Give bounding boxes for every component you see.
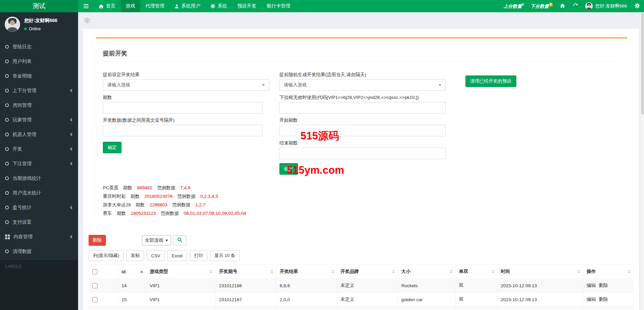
row-checkbox[interactable] bbox=[92, 283, 97, 288]
draw-data-input[interactable] bbox=[103, 125, 262, 136]
sort-icon[interactable] bbox=[577, 270, 580, 274]
sidebar-item[interactable]: 用户流水统计 bbox=[0, 186, 78, 200]
game-select[interactable]: 请输入游戏 bbox=[103, 79, 269, 91]
export-button[interactable]: 复制 bbox=[126, 250, 144, 261]
deduct-score-link[interactable]: 下分数量0 bbox=[527, 3, 556, 10]
fallback-code-input[interactable] bbox=[279, 102, 446, 114]
nav-item-system-users[interactable]: 系统用户 bbox=[169, 0, 205, 12]
sidebar-item[interactable]: 支付设置 bbox=[0, 215, 78, 229]
sidebar-item[interactable]: 上下分管理 bbox=[0, 83, 78, 98]
sidebar-item[interactable]: 玩家管理 bbox=[0, 113, 78, 127]
sidebar-item-label: 支付设置 bbox=[13, 219, 32, 225]
cell-draw-result: 2,4,8 bbox=[276, 307, 337, 310]
game-filter-select[interactable]: 全部游戏 bbox=[142, 235, 171, 245]
sort-icon[interactable] bbox=[628, 270, 630, 274]
confirm-button-left[interactable]: 确定 bbox=[103, 142, 122, 153]
row-checkbox[interactable] bbox=[92, 297, 97, 302]
sort-icon[interactable] bbox=[210, 270, 213, 274]
sort-icon[interactable] bbox=[331, 270, 334, 274]
sample-label: 范例数据 bbox=[172, 201, 190, 209]
column-header[interactable]: 单双 bbox=[456, 265, 497, 279]
sort-icon[interactable] bbox=[492, 270, 494, 274]
refresh-button[interactable] bbox=[569, 0, 582, 12]
game-select-random[interactable]: 请输入游戏 bbox=[279, 79, 446, 91]
user-menu[interactable]: 您好:发财啊666 bbox=[582, 2, 630, 10]
sample-value: 7,4,9 bbox=[180, 184, 190, 192]
nav-item-preset-draw[interactable]: 预设开奖 bbox=[232, 0, 261, 12]
cell-brand: VOVI bbox=[337, 307, 398, 310]
fallback-code-label: 下拉框无效时使用(代码[VIP1=>bj28,VIP2=>jnd28,=>cqs… bbox=[279, 95, 446, 100]
sidebar-greeting: 您好:发财啊666 bbox=[24, 18, 57, 24]
sidebar-item[interactable]: 内容管理 bbox=[0, 229, 78, 244]
sort-icon[interactable] bbox=[271, 270, 273, 274]
column-label: 开奖结果 bbox=[280, 269, 298, 274]
delete-link[interactable]: 删除 bbox=[599, 297, 608, 302]
cell-game-type: VIP1 bbox=[146, 293, 216, 307]
delete-link[interactable]: 删除 bbox=[599, 283, 608, 288]
edit-link[interactable]: 编辑 bbox=[587, 297, 596, 302]
sidebar-item[interactable]: 用户列表 bbox=[0, 54, 78, 69]
sidebar-item[interactable]: 房间管理 bbox=[0, 98, 78, 113]
sidebar-item[interactable]: 清理数据 bbox=[0, 244, 78, 259]
brand-logo[interactable]: 测试 bbox=[0, 0, 78, 12]
cell-time: 2023-10-12 09:13 bbox=[497, 307, 583, 310]
sort-icon[interactable] bbox=[392, 270, 395, 274]
sort-icon[interactable] bbox=[140, 271, 143, 273]
period-value: 20180523076 bbox=[145, 192, 173, 201]
sidebar-item[interactable]: 下注管理 bbox=[0, 156, 78, 171]
sidebar-item[interactable]: 当期游戏统计 bbox=[0, 171, 78, 186]
nav-item-agents[interactable]: 代理管理 bbox=[140, 0, 169, 12]
column-header[interactable]: 大小 bbox=[398, 265, 456, 279]
settings-button[interactable] bbox=[630, 0, 644, 12]
sidebar-item[interactable]: 机器人管理 bbox=[0, 127, 78, 142]
column-label: 大小 bbox=[401, 269, 410, 274]
add-score-link[interactable]: 上分数量0 bbox=[500, 3, 527, 10]
end-period-input[interactable] bbox=[279, 148, 446, 159]
export-button[interactable]: 列(显示/隐藏) bbox=[89, 250, 124, 261]
period-label: 期数 bbox=[117, 209, 126, 218]
sidebar-item[interactable]: 盈亏统计 bbox=[0, 200, 78, 215]
column-header[interactable]: 操作 bbox=[583, 265, 633, 279]
sort-icon[interactable] bbox=[450, 270, 453, 274]
cell-brand: 未定义 bbox=[337, 279, 398, 293]
delete-button[interactable]: 删除 bbox=[89, 235, 106, 246]
edit-link[interactable]: 编辑 bbox=[587, 283, 596, 288]
home-shortcut-button[interactable] bbox=[556, 0, 569, 12]
export-button[interactable]: Excel bbox=[167, 250, 187, 261]
page-scrollbar[interactable] bbox=[641, 12, 644, 310]
nav-item-bank-cards[interactable]: 银行卡管理 bbox=[261, 0, 295, 12]
content-header bbox=[78, 12, 644, 29]
nav-item-home[interactable]: 首页 bbox=[94, 0, 121, 12]
table-toolbar: 删除 全部游戏 bbox=[89, 235, 633, 246]
select-all-header bbox=[89, 265, 118, 279]
cell-time: 2023-10-12 09:13 bbox=[497, 293, 583, 307]
column-header[interactable]: 时间 bbox=[497, 265, 583, 279]
period-input[interactable] bbox=[103, 102, 262, 114]
cell-draw-result: 2,0,0 bbox=[276, 293, 337, 307]
column-header[interactable]: 开奖结果 bbox=[276, 265, 337, 279]
circle-icon bbox=[5, 176, 9, 180]
search-button[interactable] bbox=[173, 235, 186, 245]
sidebar-item-label: 下注管理 bbox=[13, 161, 32, 167]
column-header[interactable]: 游戏类型 bbox=[146, 265, 216, 279]
column-header[interactable]: 开奖期号 bbox=[216, 265, 276, 279]
export-button[interactable]: CSV bbox=[147, 250, 165, 261]
sidebar-item[interactable]: 资金明细 bbox=[0, 69, 78, 83]
sample-value: 0,2,3,4,5 bbox=[200, 192, 218, 201]
column-header[interactable]: 开奖品牌 bbox=[337, 265, 398, 279]
navbar-right: 上分数量0 下分数量0 您好:发财啊666 bbox=[500, 0, 644, 12]
period-label: 期数 bbox=[103, 95, 269, 100]
online-dot-icon bbox=[24, 28, 27, 30]
export-button[interactable]: 显示 10 条 bbox=[210, 250, 240, 261]
column-header[interactable]: id bbox=[118, 265, 146, 279]
nav-item-system[interactable]: 系统 bbox=[205, 0, 232, 12]
sidebar-toggle-button[interactable] bbox=[78, 0, 94, 12]
sidebar-item[interactable]: 开奖 bbox=[0, 142, 78, 156]
scrollbar-thumb[interactable] bbox=[641, 13, 644, 115]
export-button[interactable]: 打印 bbox=[190, 250, 207, 261]
sidebar-item[interactable]: 登陆日志 bbox=[0, 39, 78, 54]
select-all-checkbox[interactable] bbox=[92, 269, 97, 274]
clear-presets-button[interactable]: 清理已经开奖的预设 bbox=[465, 75, 516, 87]
sidebar-item-label: 上下分管理 bbox=[13, 88, 36, 93]
nav-item-games[interactable]: 游戏 bbox=[121, 0, 140, 12]
